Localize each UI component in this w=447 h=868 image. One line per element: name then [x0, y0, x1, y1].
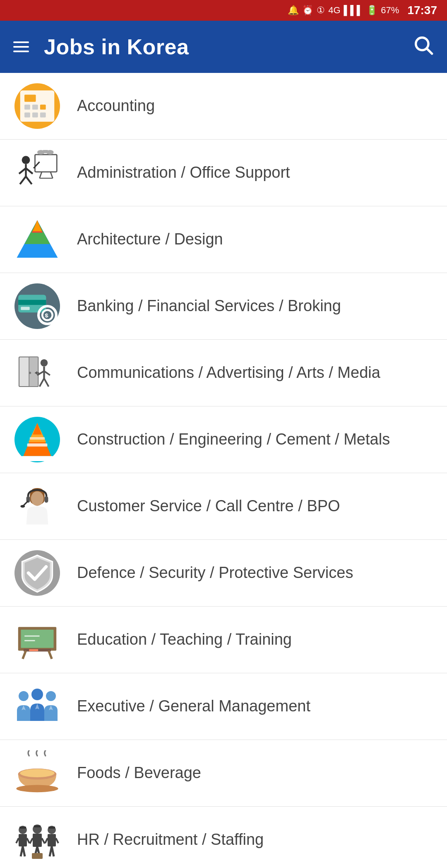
svg-line-14 — [20, 177, 26, 184]
category-label: Architecture / Design — [77, 229, 223, 250]
toolbar-left: Jobs in Korea — [13, 34, 189, 59]
svg-rect-9 — [40, 112, 46, 117]
status-time: 17:37 — [407, 4, 437, 17]
list-item[interactable]: Executive / General Management — [0, 673, 447, 740]
svg-rect-3 — [24, 95, 36, 102]
svg-line-87 — [42, 838, 45, 844]
svg-point-38 — [41, 359, 48, 367]
svg-rect-4 — [24, 105, 30, 110]
category-label: Accounting — [77, 95, 155, 116]
banking-icon: $ — [12, 281, 62, 331]
list-item[interactable]: HR / Recruitment / Staffing — [0, 807, 447, 868]
svg-point-10 — [22, 156, 30, 164]
menu-button[interactable] — [13, 41, 29, 52]
svg-rect-83 — [33, 834, 42, 847]
svg-line-92 — [45, 838, 48, 843]
svg-line-91 — [52, 846, 54, 856]
svg-point-75 — [16, 785, 58, 793]
svg-line-21 — [50, 172, 53, 178]
list-item[interactable]: Customer Service / Call Centre / BPO — [0, 473, 447, 540]
svg-rect-50 — [27, 443, 48, 447]
status-icons: 🔔 ⏰ ① 4G ▌▌▌ 🔋 67% — [288, 5, 399, 16]
category-label: Foods / Beverage — [77, 762, 201, 783]
svg-rect-63 — [29, 649, 38, 651]
svg-rect-97 — [32, 853, 43, 859]
svg-marker-27 — [33, 220, 42, 231]
svg-rect-29 — [18, 300, 46, 305]
svg-marker-48 — [33, 423, 41, 435]
list-item[interactable]: Architecture / Design — [0, 206, 447, 273]
svg-rect-51 — [30, 437, 45, 440]
svg-rect-5 — [32, 105, 38, 110]
svg-rect-89 — [48, 834, 56, 846]
list-item[interactable]: Construction / Engineering / Cement / Me… — [0, 406, 447, 473]
svg-line-56 — [24, 501, 28, 505]
svg-point-68 — [46, 691, 56, 701]
search-button[interactable] — [412, 34, 434, 60]
hamburger-line — [13, 46, 29, 48]
construction-icon — [12, 415, 62, 464]
svg-rect-94 — [19, 827, 26, 829]
svg-line-81 — [27, 838, 29, 843]
alarm-icon: ⏰ — [302, 5, 313, 16]
category-label: Defence / Security / Protective Services — [77, 562, 353, 583]
svg-point-53 — [31, 491, 44, 506]
defence-icon — [12, 548, 62, 598]
battery-icon: 🔋 — [366, 5, 377, 16]
category-label: Communications / Advertising / Arts / Me… — [77, 362, 380, 383]
list-item[interactable]: Foods / Beverage — [0, 740, 447, 807]
svg-point-66 — [19, 691, 29, 701]
svg-point-37 — [29, 372, 31, 374]
toolbar: Jobs in Korea — [0, 21, 447, 73]
hamburger-line — [13, 41, 29, 43]
list-item[interactable]: Communications / Advertising / Arts / Me… — [0, 340, 447, 406]
communications-icon — [12, 348, 62, 398]
administration-icon — [12, 148, 62, 198]
hamburger-line — [13, 51, 29, 52]
svg-point-19 — [46, 150, 54, 155]
list-item[interactable]: Education / Teaching / Training — [0, 607, 447, 673]
education-icon — [12, 615, 62, 665]
category-label: Education / Teaching / Training — [77, 629, 292, 650]
status-bar: 🔔 ⏰ ① 4G ▌▌▌ 🔋 67% 17:37 — [0, 0, 447, 21]
svg-line-12 — [19, 168, 26, 174]
list-item[interactable]: $ Banking / Financial Services / Broking — [0, 273, 447, 340]
svg-rect-49 — [21, 456, 53, 461]
svg-line-1 — [427, 48, 432, 53]
category-list: Accounting — [0, 73, 447, 868]
category-label: Construction / Engineering / Cement / Me… — [77, 429, 390, 450]
customer-service-icon — [12, 481, 62, 531]
svg-line-86 — [30, 838, 33, 844]
notification-icon: 🔔 — [288, 5, 299, 16]
battery-percent: 67% — [381, 5, 399, 16]
svg-rect-30 — [21, 307, 29, 310]
executive-icon — [12, 682, 62, 731]
category-label: Customer Service / Call Centre / BPO — [77, 496, 340, 517]
list-item[interactable]: Administration / Office Support — [0, 140, 447, 206]
svg-line-20 — [40, 172, 42, 178]
category-label: Administration / Office Support — [77, 162, 290, 183]
svg-line-43 — [44, 378, 49, 387]
svg-point-74 — [20, 769, 55, 777]
category-label: Executive / General Management — [77, 696, 310, 717]
list-item[interactable]: Accounting — [0, 73, 447, 140]
architecture-icon — [12, 215, 62, 264]
page-title: Jobs in Korea — [44, 34, 189, 59]
svg-rect-8 — [32, 112, 38, 117]
svg-line-64 — [23, 650, 26, 659]
svg-line-15 — [26, 177, 32, 184]
svg-rect-95 — [34, 825, 41, 827]
svg-rect-55 — [45, 496, 48, 503]
foods-icon — [12, 748, 62, 798]
svg-line-80 — [16, 838, 19, 843]
svg-line-33 — [54, 322, 59, 326]
category-label: HR / Recruitment / Staffing — [77, 829, 264, 850]
svg-rect-59 — [21, 630, 53, 648]
category-label: Banking / Financial Services / Broking — [77, 295, 341, 317]
signal-bars: ▌▌▌ — [344, 5, 363, 16]
svg-line-79 — [23, 846, 25, 856]
list-item[interactable]: Defence / Security / Protective Services — [0, 540, 447, 607]
svg-rect-77 — [19, 834, 27, 846]
svg-rect-96 — [48, 827, 55, 829]
svg-rect-7 — [24, 112, 30, 117]
